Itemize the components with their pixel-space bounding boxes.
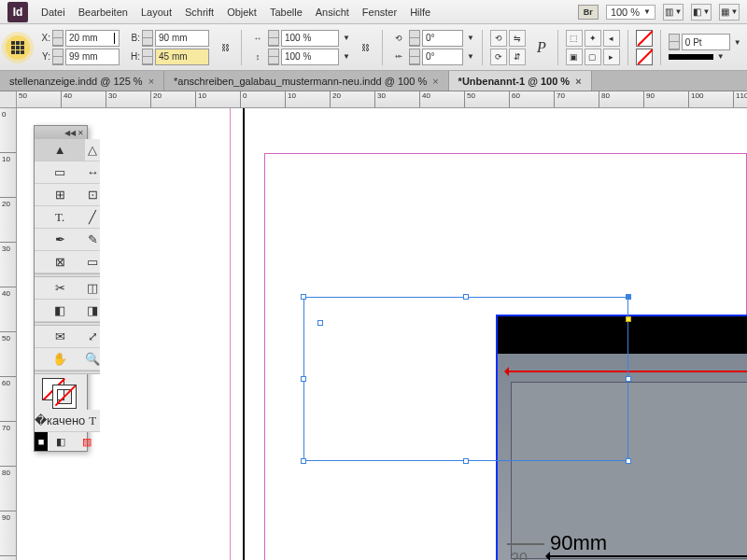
w-spinner[interactable]	[142, 30, 153, 47]
direct-selection-tool[interactable]: △	[85, 139, 100, 161]
menu-tabelle[interactable]: Tabelle	[270, 7, 303, 18]
fill-swatch[interactable]	[636, 30, 653, 47]
select-content-icon[interactable]: ✦	[585, 30, 601, 47]
w-field[interactable]: 90 mm	[155, 30, 209, 47]
menu-hilfe[interactable]: Hilfe	[410, 7, 430, 18]
rotate-field[interactable]: 0°	[422, 30, 463, 47]
apply-color-icon[interactable]: ■	[35, 432, 48, 451]
constrain-scale-icon[interactable]: ⛓	[358, 39, 374, 56]
pencil-tool[interactable]: ✎	[85, 229, 100, 251]
gradient-feather-tool[interactable]: ◨	[85, 300, 100, 322]
vertical-ruler[interactable]: 0102030405060708090100	[0, 108, 17, 560]
note-tool[interactable]: ✉	[35, 326, 85, 348]
pen-tool[interactable]: ✒	[35, 229, 85, 251]
free-transform-tool[interactable]: ◫	[85, 277, 100, 300]
stroke-style-preview[interactable]	[669, 54, 713, 60]
apply-color-row: ■ ◧ ▨	[35, 432, 100, 451]
h-spinner[interactable]	[142, 49, 153, 65]
document-canvas[interactable]: 90mm 20mm	[17, 108, 747, 560]
handle-top-right[interactable]	[626, 294, 631, 300]
apply-gradient-icon[interactable]: ◧	[48, 432, 74, 451]
content-placer-tool[interactable]: ⊡	[85, 184, 100, 206]
doc-tab-0[interactable]: stellenanzeige.indd @ 125 %×	[0, 71, 164, 91]
doc-tab-2[interactable]: *Unbenannt-1 @ 100 %×	[449, 71, 592, 91]
reference-point-proxy[interactable]	[6, 35, 30, 60]
menu-ansicht[interactable]: Ansicht	[316, 7, 349, 18]
menu-fenster[interactable]: Fenster	[362, 7, 397, 18]
flip-v-icon[interactable]: ⇵	[509, 49, 526, 65]
ruler-origin[interactable]	[0, 91, 17, 108]
gap-tool[interactable]: ↔	[85, 161, 100, 184]
handle-bot-mid[interactable]	[463, 458, 469, 464]
zoom-tool[interactable]: 🔍	[85, 348, 100, 371]
handle-mid-left[interactable]	[301, 376, 306, 382]
arrange-docs-icon[interactable]: ▦▼	[719, 4, 740, 21]
handle-live-corner[interactable]	[626, 316, 631, 322]
formatting-container-icon[interactable]: �качено	[35, 410, 85, 432]
fill-stroke-proxy[interactable]	[35, 374, 100, 410]
menu-layout[interactable]: Layout	[141, 7, 172, 18]
doc-tab-1[interactable]: *anschreiben_galabau_mustermann-neu.indd…	[164, 71, 449, 91]
stroke-box[interactable]	[53, 385, 76, 408]
hand-tool[interactable]: ✋	[35, 348, 85, 371]
handle-top-mid[interactable]	[463, 294, 469, 300]
scale-y-field[interactable]: 100 %	[281, 49, 339, 65]
bridge-button[interactable]: Br	[578, 5, 599, 20]
line-tool[interactable]: ╱	[85, 206, 100, 229]
y-spinner[interactable]	[52, 49, 63, 65]
selection-tool[interactable]: ▲	[35, 139, 85, 161]
constrain-wh-icon[interactable]: ⛓	[217, 39, 233, 56]
page-tool[interactable]: ▭	[35, 161, 85, 184]
scale-x-spinner[interactable]	[268, 30, 279, 47]
select-prev-icon[interactable]: ◂	[603, 30, 620, 47]
rectangle-tool[interactable]: ▭	[85, 251, 100, 273]
select-container-icon[interactable]: ⬚	[566, 30, 583, 47]
close-icon[interactable]: ×	[575, 76, 581, 87]
handle-bot-right[interactable]	[626, 458, 631, 464]
content-collector-tool[interactable]: ⊞	[35, 184, 85, 206]
gradient-swatch-tool[interactable]: ◧	[35, 300, 85, 322]
scale-y-spinner[interactable]	[268, 49, 279, 65]
apply-none-icon[interactable]: ▨	[74, 432, 100, 451]
screen-mode-icon[interactable]: ◧▼	[691, 4, 712, 21]
handle-mid-right[interactable]	[626, 376, 631, 382]
x-field[interactable]: 20 mm	[65, 30, 120, 47]
handle-bot-left[interactable]	[301, 458, 306, 464]
rotate-cw-icon[interactable]: ⟳	[490, 49, 507, 65]
eyedropper-tool[interactable]: ⤢	[85, 326, 100, 348]
menu-bearbeiten[interactable]: Bearbeiten	[78, 7, 128, 18]
formatting-text-icon[interactable]: T	[85, 410, 100, 432]
shear-field[interactable]: 0°	[422, 49, 463, 65]
rotate-spinner[interactable]	[409, 30, 420, 47]
fit-content-icon[interactable]: ▣	[566, 49, 583, 65]
rectangle-frame-tool[interactable]: ⊠	[35, 251, 85, 273]
zoom-level-dropdown[interactable]: 100 %▼	[606, 5, 655, 20]
tools-panel-header[interactable]: ◀◀ ✕	[35, 126, 87, 139]
y-field[interactable]: 99 mm	[65, 49, 120, 65]
type-tool[interactable]: T.	[35, 206, 85, 229]
shear-spinner[interactable]	[409, 49, 420, 65]
view-options-icon[interactable]: ▥▼	[663, 4, 684, 21]
menu-datei[interactable]: Datei	[41, 7, 65, 18]
stroke-swatch[interactable]	[636, 49, 653, 65]
select-next-icon[interactable]: ▸	[603, 49, 620, 65]
control-panel: X:20 mm Y:99 mm B:90 mm H:45 mm ⛓ ↔100 %…	[0, 24, 747, 71]
x-spinner[interactable]	[52, 30, 63, 47]
rotate-ccw-icon[interactable]: ⟲	[490, 30, 507, 47]
h-field[interactable]: 45 mm	[155, 49, 209, 65]
scissors-tool[interactable]: ✂	[35, 277, 85, 300]
horizontal-ruler[interactable]: 50403020100102030405060708090100110	[17, 91, 747, 108]
menu-objekt[interactable]: Objekt	[227, 7, 257, 18]
close-icon[interactable]: ×	[148, 76, 154, 87]
menu-schrift[interactable]: Schrift	[185, 7, 214, 18]
tools-panel[interactable]: ◀◀ ✕ ▲ △ ▭ ↔ ⊞ ⊡ T. ╱ ✒ ✎ ⊠ ▭ ✂ ◫ ◧ ◨ ✉ …	[34, 125, 88, 452]
fit-frame-icon[interactable]: ▢	[585, 49, 601, 65]
handle-top-left[interactable]	[301, 294, 306, 300]
handle-inner[interactable]	[317, 320, 323, 326]
flip-h-icon[interactable]: ⇋	[509, 30, 526, 47]
selected-frame[interactable]	[303, 297, 628, 461]
stroke-weight-spinner[interactable]	[669, 34, 680, 50]
close-icon[interactable]: ×	[432, 76, 438, 87]
stroke-weight-field[interactable]: 0 Pt	[682, 34, 730, 50]
scale-x-field[interactable]: 100 %	[281, 30, 339, 47]
